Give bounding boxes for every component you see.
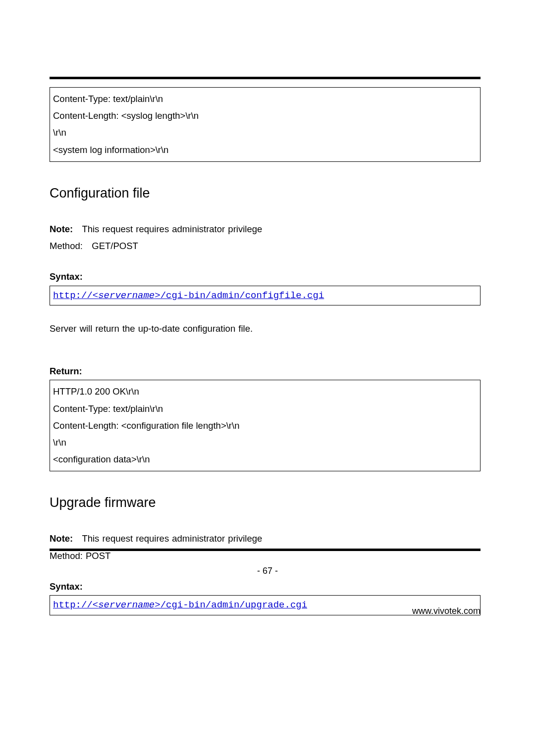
code-line: <configuration data>\r\n (53, 451, 477, 468)
code-line: Content-Type: text/plain\r\n (53, 401, 477, 417)
syntax-label: Syntax: (50, 268, 481, 285)
config-desc: Server will return the up-to-date config… (50, 320, 481, 337)
code-line: \r\n (53, 124, 477, 141)
url-suffix: >/cgi-bin/admin/configfile.cgi (155, 290, 324, 301)
code-line: Content-Length: <syslog length>\r\n (53, 107, 477, 124)
url-servername: servername (98, 290, 155, 301)
code-line: Content-Type: text/plain\r\n (53, 91, 477, 107)
url-servername-2: servername (98, 600, 155, 610)
code-line: HTTP/1.0 200 OK\r\n (53, 383, 477, 400)
top-rule (50, 77, 481, 79)
return-label: Return: (50, 363, 481, 380)
code-line: \r\n (53, 434, 477, 451)
method-line: Method: GET/POST (50, 238, 481, 254)
url-prefix-2: http://< (53, 600, 98, 610)
section-heading-config: Configuration file (50, 186, 481, 201)
method-label-2: Method: (50, 551, 83, 561)
note-text: This request requires administrator priv… (82, 224, 262, 234)
note-text-2: This request requires administrator priv… (82, 533, 262, 544)
method-text: GET/POST (92, 241, 138, 251)
method-text-2: POST (86, 551, 110, 561)
response-box-config: HTTP/1.0 200 OK\r\n Content-Type: text/p… (50, 380, 481, 471)
footer-url: www.vivotek.com (412, 606, 481, 616)
syntax-url-box: http://<servername>/cgi-bin/admin/config… (50, 286, 481, 305)
syntax-label-2: Syntax: (50, 578, 481, 595)
section-heading-upgrade: Upgrade firmware (50, 495, 481, 510)
note-label: Note: (50, 224, 73, 234)
method-label: Method: (50, 241, 83, 251)
code-line: <system log information>\r\n (53, 142, 477, 158)
config-url-link[interactable]: http://<servername>/cgi-bin/admin/config… (53, 290, 324, 301)
page-number: - 67 - (0, 566, 535, 576)
note-line: Note: This request requires administrato… (50, 221, 481, 238)
note-label-2: Note: (50, 533, 73, 544)
upgrade-url-link[interactable]: http://<servername>/cgi-bin/admin/upgrad… (53, 600, 307, 610)
bottom-rule (50, 549, 481, 551)
url-suffix-2: >/cgi-bin/admin/upgrade.cgi (155, 600, 307, 610)
url-prefix: http://< (53, 290, 98, 301)
response-box-syslog: Content-Type: text/plain\r\n Content-Len… (50, 87, 481, 162)
note-line-2: Note: This request requires administrato… (50, 530, 481, 547)
document-page: Content-Type: text/plain\r\n Content-Len… (0, 0, 535, 615)
code-line: Content-Length: <configuration file leng… (53, 417, 477, 434)
